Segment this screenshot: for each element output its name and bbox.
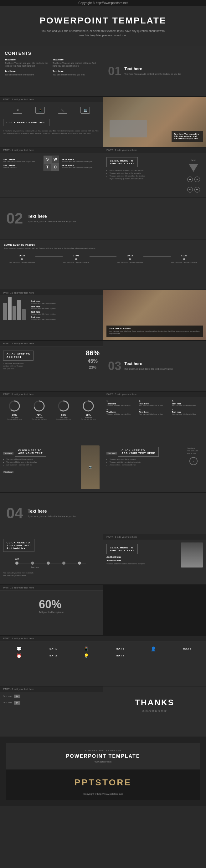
contents-title: CONTENTS <box>5 51 98 56</box>
pct-circles-row: 60% Text here You can add title here 71%… <box>3 400 99 420</box>
event-1-date: 06.21 <box>8 254 35 257</box>
swot-o: O <box>51 163 59 171</box>
circle-svg-2 <box>33 400 46 412</box>
slide-03-content: Text here If you want, you can delete th… <box>124 361 173 371</box>
bar-4 <box>17 300 21 320</box>
pct-circle-3: 60% Text here You can add title here <box>52 400 75 420</box>
pct-circle-4-text: You can add title here <box>77 418 100 420</box>
p3cl-tag: Text here <box>3 452 13 455</box>
chart-text-3: You can add title here - option <box>31 313 99 315</box>
icon-square: ■ <box>195 187 200 192</box>
ti-icon-1: 💬 <box>3 646 35 651</box>
part2b-label: PART . 2 add your text here <box>0 341 103 346</box>
slide-connector: CLICK HERE TO ADD YOUR TEXT Add bold tex… <box>0 534 103 584</box>
click-add-box-2[interactable]: CLICK HERE TO ADD YOUR TEXT <box>107 157 138 167</box>
number-02-slide: 02 Text here If you want, you can delete… <box>0 198 206 239</box>
contents-item-1: Text here Text here You can add your tit… <box>5 58 50 67</box>
sixty-pct-value: 60% <box>39 598 64 611</box>
event-4: 11.22 Text here You can add title here <box>171 254 198 264</box>
p1click-field2: Add bold here <box>107 559 178 562</box>
p3cr-side: Text here You can add title to files ? <box>187 445 203 489</box>
slide-01-number: 01 <box>108 65 121 77</box>
p1click-f2-label: Add bold here <box>107 559 178 562</box>
slide-02: 02 Text here If you want, you can delete… <box>0 198 206 239</box>
main-title-section: POWERPOINT TEMPLATE You can add your tit… <box>0 6 206 46</box>
p3cr-bullets: You can add your file or content You can… <box>107 458 185 466</box>
slide-thanks: THANKS 永远感谢各位朋友 <box>103 686 206 737</box>
tcol-5-text: You can add title here to files <box>139 413 170 415</box>
tcol-6-label: Text here <box>172 411 203 413</box>
connector-body: You can add your text here in details <box>3 572 99 574</box>
click-triangle-icons: text ◆ ● ★ ■ <box>184 156 203 194</box>
part1-click-label: PART . 1 add your text here <box>103 534 206 540</box>
event-2: 07.03 Text here You can add title here <box>63 254 90 264</box>
swot-right-2: TEXT HERE You can add title here the fil… <box>62 164 99 168</box>
thanks-sub: 永远感谢各位朋友 <box>142 709 167 713</box>
svg-text:?: ? <box>193 460 194 463</box>
tcol-2-num: 2. <box>139 400 170 403</box>
slide-03-heading: Text here <box>124 361 173 366</box>
tcol-4: 4. Text here You can add title here to f… <box>107 408 138 415</box>
percentages-left: CLICK HERE TO ADD TEXT If you have any q… <box>3 349 83 370</box>
part3b-label: PART . 3 add your text here <box>103 392 206 397</box>
swot-left: TEXT HERE You can add your title here or… <box>3 158 41 168</box>
chart-text-2: You can add title here - option <box>31 308 99 310</box>
small-icons: ◆ ● <box>187 175 200 184</box>
pct-click-add[interactable]: CLICK HERE TO ADD TEXT <box>3 350 33 361</box>
slide-part3c-right: Text here CLICK HERE TO ADD YOUR TEXT HE… <box>103 442 206 492</box>
p3cl-b2: You can add title here to the template <box>6 461 78 464</box>
sixty-container: 60% Add your text here please <box>3 593 99 618</box>
connector-click-add[interactable]: CLICK HERE TO ADD YOUR TEXT Add bold tex… <box>3 539 34 552</box>
p1click-heading: CLICK HERE TO ADD YOUR TEXT <box>110 546 134 552</box>
tcol-4-num: 4. <box>107 408 138 411</box>
ti-icon-3: 👤 <box>138 646 169 651</box>
bar-2 <box>8 297 11 320</box>
svg-point-15 <box>78 562 81 565</box>
main-title: POWERPOINT TEMPLATE <box>6 16 200 26</box>
icon-text-label: text <box>192 159 196 161</box>
p3cr-b1: You can add your file or content <box>110 458 185 461</box>
p3cr-b2: You can add title here to the template <box>110 461 185 464</box>
part1a-label: PART . 1 add your text here <box>0 97 103 102</box>
slide-01: 01 Text here Text here You can add conte… <box>103 46 206 96</box>
p1click-container: CLICK HERE TO ADD YOUR TEXT Add bold her… <box>107 542 203 567</box>
tcol-4-text: You can add title here to files <box>107 413 138 415</box>
events-title: SOME EVENTS IN 2014 <box>4 243 202 246</box>
p3cl-label2: Text here <box>3 471 13 473</box>
number-04-text: If you want, you can delete the textbox … <box>28 515 200 518</box>
number-02-text: If you want, you can delete the textbox … <box>28 220 200 223</box>
pct-circle-4: 88% Text here You can add title here <box>77 400 100 420</box>
event-3-dot <box>129 258 131 260</box>
chart-labels: Text here You can add title here - optio… <box>31 300 99 320</box>
click-add-box[interactable]: CLICK HERE TO ADD TEXT <box>3 119 50 126</box>
text-icons-grid: 💬 TEXT 1 📱 TEXT 3 👤 TEXT 5 ⏰ TEXT 2 💡 TE… <box>3 644 203 661</box>
contents-item-4-label: Text here <box>53 70 98 73</box>
p3cl-label2-wrap: Text here <box>3 468 78 474</box>
tcol-1-label: Text here <box>107 403 138 405</box>
p3cl-click-add[interactable]: CLICK HERE TO ADD YOUR TEXT <box>15 447 46 457</box>
p3f-item2: Text here ▶ <box>3 701 99 705</box>
bar-1 <box>3 303 7 320</box>
p1click-cta[interactable]: CLICK HERE TO ADD YOUR TEXT <box>107 544 138 554</box>
swot-left-1: TEXT HERE You can add your title here or… <box>3 158 41 162</box>
p3cl-bullets: You can add your file or content You can… <box>3 458 78 466</box>
svg-text:807: 807 <box>16 558 19 560</box>
p3f-icon2: ▶ <box>14 701 20 705</box>
event-1-dot <box>21 258 23 260</box>
event-4-text: Text here You can add title here <box>171 261 198 264</box>
contents-item-2-label: Text here <box>53 58 98 61</box>
p3cl-heading: CLICK HERE TO ADD YOUR TEXT <box>18 449 42 455</box>
contents-item-2: Text here Text here You can add content … <box>53 58 98 67</box>
event-3: 09.11 Text here You can add title here <box>116 254 143 264</box>
part1a-body: If you have any question, contact with u… <box>3 130 99 135</box>
p3cl-b3: Any question - connect with me <box>6 464 78 466</box>
promo-title: POWERPOINT TEMPLATE <box>12 753 194 759</box>
p3cr-click-add[interactable]: CLICK HERE TO ADD YOUR TEXT HERE <box>118 447 159 457</box>
event-3-text: Text here You can add title here <box>116 261 143 264</box>
contents-grid: Text here Text here You can add your tit… <box>5 58 98 76</box>
percentages-container: CLICK HERE TO ADD TEXT If you have any q… <box>3 349 99 370</box>
bullet-4: If you have any question, contact with u… <box>110 178 181 180</box>
number-04-content: Text here If you want, you can delete th… <box>28 509 200 518</box>
phone-overlay-label: Click here to add text <box>109 328 200 330</box>
click-add-text: CLICK HERE TO ADD TEXT <box>7 121 46 124</box>
